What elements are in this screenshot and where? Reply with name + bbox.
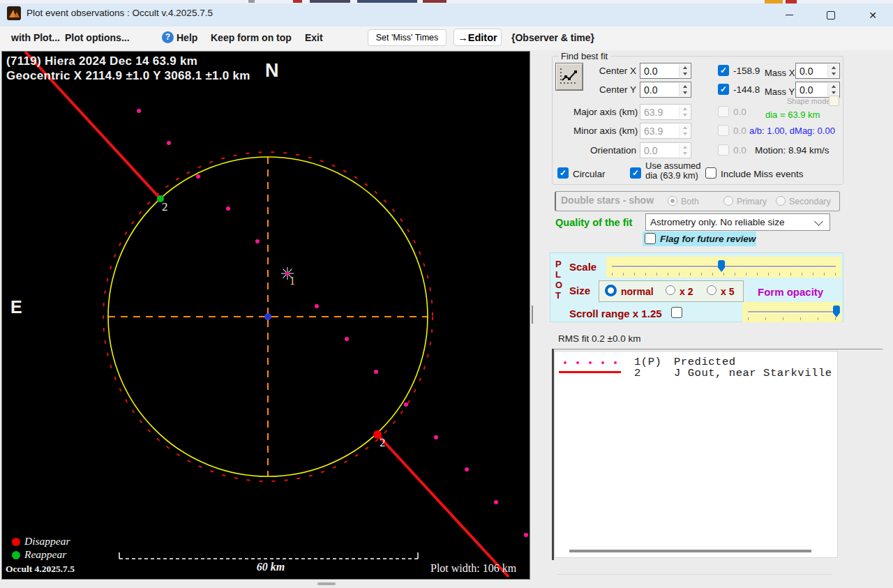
orientation-checkbox — [718, 144, 729, 156]
center-y-spinner[interactable]: 0.0 — [640, 82, 691, 98]
reappear-legend-label: Reappear — [24, 548, 66, 561]
predicted-path-dot — [255, 239, 260, 243]
menu-keep-on-top[interactable]: Keep form on top — [211, 32, 292, 43]
circular-label: Circular — [573, 169, 606, 179]
chevron-down-icon — [814, 217, 823, 226]
predicted-path-dot — [524, 533, 528, 537]
scroll-range-checkbox[interactable] — [671, 307, 682, 318]
center-dot — [265, 314, 271, 320]
menu-help[interactable]: ?Help — [177, 32, 197, 43]
disappear-legend-label: Disappear — [24, 535, 70, 548]
predicted-path-dot — [315, 304, 319, 308]
mass-x-spinner[interactable]: 0.0 — [795, 63, 840, 79]
observer-time-label: {Observer & time} — [511, 32, 594, 43]
use-assumed-dia-label: Use assumeddia (63.9 km) — [645, 161, 700, 181]
flag-review-checkbox[interactable] — [645, 233, 656, 244]
observed-chord — [377, 435, 509, 577]
title-bar[interactable]: Plot event observations : Occult v.4.202… — [0, 3, 893, 27]
orientation-fit-value: 0.0 — [733, 145, 746, 156]
horizontal-scrollbar-thumb[interactable] — [317, 582, 336, 585]
form-opacity-slider[interactable] — [742, 302, 841, 322]
size-normal-radio[interactable] — [605, 285, 617, 296]
minimize-button[interactable] — [773, 3, 805, 27]
plot-area: (7119) Hiera 2024 Dec 14 63.9 km Geocent… — [1, 51, 530, 580]
disappear-legend-dot — [12, 538, 20, 546]
menu-exit[interactable]: Exit — [305, 32, 323, 43]
set-miss-times-button[interactable]: Set 'Miss' Times — [368, 29, 446, 46]
predicted-path-dot — [137, 109, 141, 113]
double-stars-both-radio — [668, 196, 677, 206]
minor-axis-label: Minor axis (km) — [573, 126, 636, 136]
chord-label-disappear: 2 — [380, 436, 386, 450]
size-x2-radio[interactable] — [666, 285, 675, 295]
mass-x-label: Mass X — [765, 68, 795, 78]
rms-fit-label: RMS fit 0.2 ±0.0 km — [558, 333, 640, 344]
splitter-handle[interactable] — [532, 306, 533, 324]
plot-header-object: (7119) Hiera 2024 Dec 14 63.9 km — [6, 54, 197, 68]
predicted-path-dot — [434, 435, 438, 439]
menu-with-plot[interactable]: with Plot... — [11, 32, 60, 43]
size-x2-label: x 2 — [680, 286, 693, 297]
scale-slider[interactable] — [606, 257, 841, 278]
predicted-path-dot — [167, 141, 171, 145]
mass-y-label: Mass Y — [765, 86, 795, 97]
center-x-spinner[interactable]: 0.0 — [640, 63, 691, 79]
chord-label-reappear: 2 — [162, 200, 168, 214]
observation-name: J Gout, near Starkville — [674, 367, 832, 379]
form-opacity-slider-ticks — [748, 317, 836, 320]
double-stars-primary-radio — [723, 196, 733, 206]
east-label: E — [10, 297, 22, 317]
menu-bar: with Plot... Plot options... ?Help Keep … — [0, 27, 893, 50]
double-stars-label: Double stars - show — [561, 195, 654, 206]
size-x5-radio[interactable] — [707, 285, 716, 295]
orientation-label: Orientation — [573, 145, 636, 156]
editor-button[interactable]: →Editor — [453, 29, 502, 46]
center-x-checkbox[interactable] — [718, 65, 729, 76]
include-miss-checkbox[interactable] — [705, 167, 716, 179]
sliver-fragment — [293, 0, 302, 3]
orientation-spinner: 0.0 — [640, 142, 691, 158]
quality-dropdown[interactable]: Astrometry only. No reliable size — [645, 213, 830, 231]
predicted-path-dot — [345, 337, 349, 341]
scale-slider-thumb[interactable] — [718, 260, 725, 272]
reappear-legend-dot — [12, 551, 20, 559]
plot-canvas[interactable] — [2, 52, 530, 579]
shape-model-label: Shape model — [787, 97, 832, 105]
center-x-label: Center X — [579, 66, 636, 76]
plot-width-label: Plot width: 106 km — [430, 562, 516, 575]
major-axis-spinner: 63.9 — [640, 104, 691, 120]
observation-number: 2 — [634, 367, 641, 379]
center-y-fit-value: -144.8 — [733, 84, 760, 95]
plot-header-geocentric: Geocentric X 2114.9 ±1.0 Y 3068.1 ±1.0 k… — [6, 69, 250, 83]
predicted-path-dot — [226, 206, 230, 211]
form-opacity-slider-track — [748, 311, 836, 312]
scale-slider-ticks — [612, 273, 836, 276]
predicted-path-dot — [494, 500, 498, 504]
list-scrollbar-thumb[interactable] — [569, 550, 811, 552]
shape-model-checkbox[interactable] — [829, 96, 839, 106]
size-normal-label: normal — [621, 286, 654, 297]
center-y-checkbox[interactable] — [718, 84, 729, 95]
circular-checkbox[interactable] — [557, 167, 569, 179]
scalebar-label: 60 km — [239, 561, 302, 573]
major-axis-checkbox — [718, 106, 729, 117]
minor-axis-spinner: 63.9 — [640, 123, 691, 139]
center-y-label: Center Y — [579, 84, 636, 95]
window-title: Plot event observations : Occult v.4.202… — [27, 8, 213, 18]
star-path-label: 1 — [290, 275, 295, 287]
occult-plot-window: Plot event observations : Occult v.4.202… — [0, 0, 893, 588]
form-opacity-slider-thumb[interactable] — [833, 306, 840, 317]
menu-plot-options[interactable]: Plot options... — [65, 32, 130, 43]
maximize-button[interactable] — [815, 3, 847, 27]
close-button[interactable]: ✕ — [857, 3, 889, 27]
app-icon — [7, 6, 21, 20]
sliver-fragment — [423, 0, 446, 3]
use-assumed-dia-checkbox[interactable] — [630, 167, 641, 179]
minor-axis-checkbox — [718, 125, 729, 136]
plot-letter-p: P — [555, 259, 562, 269]
predicted-path-dot — [404, 402, 408, 407]
observations-list[interactable]: 1(P) Predicted 2 J Gout, near Starkville — [554, 351, 838, 558]
include-miss-label: Include Miss events — [721, 169, 804, 179]
major-axis-label: Major axis (km) — [573, 107, 636, 117]
chord-line-sample — [559, 371, 621, 373]
